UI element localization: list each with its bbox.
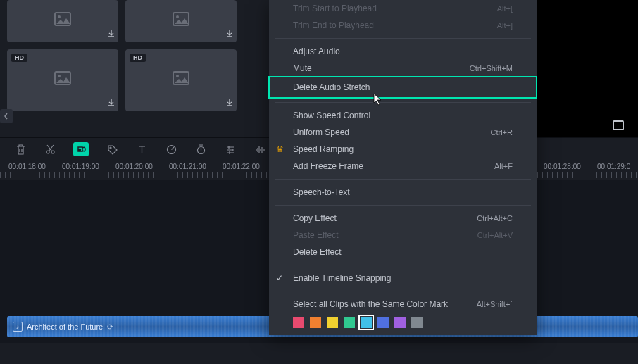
menu-separator xyxy=(275,38,531,39)
crown-icon: ♛ xyxy=(276,144,284,154)
svg-point-8 xyxy=(46,151,49,153)
menu-item-label: Adjust Audio xyxy=(293,46,340,56)
color-swatch[interactable] xyxy=(293,317,304,328)
menu-shortcut: Alt+] xyxy=(497,21,513,30)
menu-item-add-freeze-frame[interactable]: Add Freeze FrameAlt+F xyxy=(269,158,537,175)
menu-item-enable-timeline-snapping[interactable]: ✓Enable Timeline Snapping xyxy=(269,270,537,287)
menu-item-trim-start-to-playhead: Trim Start to PlayheadAlt+[ xyxy=(269,0,537,17)
sync-icon: ⟳ xyxy=(107,322,113,332)
download-icon[interactable] xyxy=(225,99,234,108)
collapse-panel-button[interactable] xyxy=(0,109,13,123)
menu-shortcut: Alt+Shift+` xyxy=(477,300,513,308)
color-swatch[interactable] xyxy=(310,317,321,328)
menu-item-label: Enable Timeline Snapping xyxy=(293,273,391,283)
menu-item-delete-effect[interactable]: Delete Effect xyxy=(269,244,537,261)
crop-toggle-icon[interactable] xyxy=(613,120,624,130)
color-mark-row xyxy=(269,313,537,331)
color-swatch[interactable] xyxy=(377,317,389,328)
menu-item-label: Trim End to Playhead xyxy=(293,20,374,30)
menu-shortcut: Alt+[ xyxy=(497,4,513,13)
settings-icon[interactable] xyxy=(224,143,237,156)
media-thumb[interactable] xyxy=(125,0,237,42)
menu-item-label: Delete Effect xyxy=(293,247,341,257)
menu-item-delete-audio-stretch[interactable]: Delete Audio Stretch xyxy=(269,77,537,98)
ruler-timestamp: 00:01:22:00 xyxy=(223,163,260,170)
ruler-timestamp: 00:01:28:00 xyxy=(544,163,581,170)
media-thumb[interactable]: HD xyxy=(125,49,237,111)
media-panel: HD HD xyxy=(0,0,268,137)
menu-item-show-speed-control[interactable]: Show Speed Control xyxy=(269,107,537,124)
color-swatch[interactable] xyxy=(361,317,372,328)
menu-item-copy-effect[interactable]: Copy EffectCtrl+Alt+C xyxy=(269,210,537,227)
check-icon: ✓ xyxy=(276,273,283,283)
menu-shortcut: Ctrl+Alt+V xyxy=(477,231,513,239)
menu-item-label: Add Freeze Frame xyxy=(293,161,363,171)
svg-point-3 xyxy=(176,15,179,18)
svg-point-1 xyxy=(58,15,61,18)
image-icon xyxy=(173,12,189,30)
menu-item-label: Select all Clips with the Same Color Mar… xyxy=(293,299,448,309)
ruler-timestamp: 00:01:20:00 xyxy=(115,163,153,170)
image-icon xyxy=(173,71,189,89)
menu-item-label: Mute xyxy=(293,63,312,73)
menu-item-select-all-clips-with-the-same-color-mark[interactable]: Select all Clips with the Same Color Mar… xyxy=(269,296,537,313)
svg-point-5 xyxy=(58,75,61,77)
ruler-timestamp: 00:01:19:00 xyxy=(62,163,99,170)
color-swatch[interactable] xyxy=(411,317,423,328)
download-icon[interactable] xyxy=(107,30,115,39)
waveform-icon[interactable] xyxy=(254,143,266,156)
media-thumb[interactable]: HD xyxy=(7,49,118,111)
menu-shortcut: Alt+F xyxy=(494,162,513,170)
menu-separator xyxy=(275,102,531,103)
menu-separator xyxy=(275,265,531,265)
menu-shortcut: Ctrl+R xyxy=(491,128,513,137)
tag-icon[interactable] xyxy=(106,143,118,156)
color-swatch[interactable] xyxy=(327,317,338,328)
menu-item-speed-ramping[interactable]: ♛Speed Ramping xyxy=(269,141,537,158)
text-icon[interactable] xyxy=(135,143,148,156)
menu-item-uniform-speed[interactable]: Uniform SpeedCtrl+R xyxy=(269,124,537,141)
menu-shortcut: Ctrl+Shift+M xyxy=(470,64,513,73)
cut-icon[interactable] xyxy=(44,143,56,156)
menu-item-label: Show Speed Control xyxy=(293,111,370,120)
svg-point-11 xyxy=(110,147,111,149)
hd-badge: HD xyxy=(11,54,27,62)
color-swatch[interactable] xyxy=(344,317,355,328)
menu-item-trim-end-to-playhead: Trim End to PlayheadAlt+] xyxy=(269,17,537,34)
menu-item-label: Delete Audio Stretch xyxy=(293,82,370,92)
menu-item-label: Trim Start to Playhead xyxy=(293,4,377,13)
menu-shortcut: Ctrl+Alt+C xyxy=(477,214,513,222)
image-icon xyxy=(54,12,71,30)
menu-item-label: Speech-to-Text xyxy=(293,187,350,197)
menu-separator xyxy=(275,291,531,291)
download-icon[interactable] xyxy=(225,30,234,39)
audio-stretch-icon[interactable] xyxy=(73,142,89,156)
menu-item-paste-effect: Paste EffectCtrl+Alt+V xyxy=(269,227,537,244)
menu-item-speech-to-text[interactable]: Speech-to-Text xyxy=(269,184,537,201)
ruler-timestamp: 00:01:18:00 xyxy=(8,163,46,170)
menu-item-mute[interactable]: MuteCtrl+Shift+M xyxy=(269,60,537,77)
menu-separator xyxy=(275,179,531,180)
svg-point-7 xyxy=(176,75,179,77)
ruler-timestamp: 00:01:29:0 xyxy=(597,163,630,170)
ruler-timestamp: 00:01:21:00 xyxy=(169,163,206,170)
menu-separator xyxy=(275,205,531,206)
menu-item-adjust-audio[interactable]: Adjust Audio xyxy=(269,43,537,60)
timer-icon[interactable] xyxy=(194,143,207,156)
svg-point-10 xyxy=(79,149,81,151)
audio-clip-title: Architect of the Future xyxy=(27,322,103,331)
music-note-icon: ♪ xyxy=(13,322,23,332)
delete-icon[interactable] xyxy=(14,143,27,156)
color-swatch[interactable] xyxy=(394,317,406,328)
download-icon[interactable] xyxy=(107,99,115,108)
menu-item-label: Uniform Speed xyxy=(293,127,349,137)
menu-item-label: Paste Effect xyxy=(293,230,338,240)
media-thumb[interactable] xyxy=(7,0,118,42)
image-icon xyxy=(54,71,71,89)
speed-icon[interactable] xyxy=(165,143,177,156)
svg-point-9 xyxy=(51,151,54,153)
hd-badge: HD xyxy=(130,54,146,62)
menu-item-label: Copy Effect xyxy=(293,213,337,223)
menu-item-label: Speed Ramping xyxy=(293,144,354,154)
context-menu: Trim Start to PlayheadAlt+[Trim End to P… xyxy=(269,0,537,335)
